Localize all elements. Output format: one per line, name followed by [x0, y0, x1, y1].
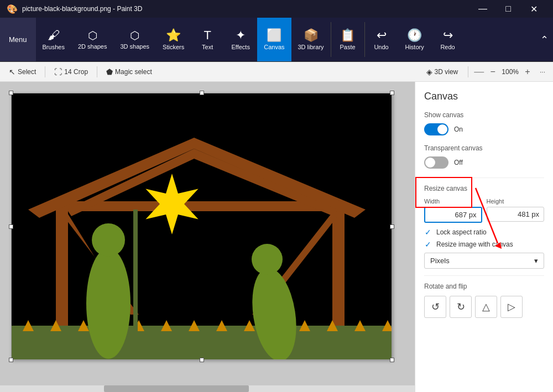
tab-effects[interactable]: ✦ Effects	[224, 18, 257, 61]
canvas-scrollbar[interactable]	[0, 385, 415, 392]
zoom-plus-button[interactable]: +	[522, 66, 533, 77]
select-tool-button[interactable]: ↖ Select	[4, 65, 40, 79]
3dlibrary-icon: 📦	[304, 29, 319, 41]
resize-image-row: ✓ Resize image with canvas	[424, 241, 544, 248]
window-title: picture-black-blackground.png - Paint 3D	[22, 5, 142, 13]
brushes-label: Brushes	[43, 44, 65, 50]
tab-2dshapes[interactable]: ⬡ 2D shapes	[71, 18, 114, 61]
rotate-left-button[interactable]: ↺	[424, 296, 446, 318]
rotate-btns: ↺ ↻ △ ▷	[424, 296, 544, 318]
show-canvas-toggle[interactable]	[424, 123, 448, 135]
tab-undo[interactable]: ↩ Undo	[365, 18, 398, 61]
section-divider1	[424, 177, 544, 178]
canvas-scrollbar-thumb[interactable]	[104, 385, 249, 392]
app-icon: 🎨	[7, 4, 18, 14]
flip-horizontal-icon: ▷	[508, 301, 515, 313]
crop-label: 14 Crop	[64, 68, 88, 76]
section-divider2	[424, 275, 544, 276]
ribbon-collapse-button[interactable]: ⌃	[540, 34, 549, 46]
tab-canvas[interactable]: ⬜ Canvas	[257, 18, 291, 61]
paste-icon: 📋	[340, 29, 355, 41]
tab-text[interactable]: T Text	[191, 18, 224, 61]
history-icon: 🕐	[407, 29, 422, 41]
zoom-line-icon: —	[474, 66, 484, 77]
minimize-button[interactable]: —	[470, 0, 495, 18]
effects-icon: ✦	[236, 29, 246, 41]
tab-3dshapes[interactable]: ⬡ 3D shapes	[113, 18, 156, 61]
panel-title: Canvas	[424, 91, 544, 102]
flip-vertical-button[interactable]: △	[475, 296, 497, 318]
canvas-area[interactable]	[0, 82, 415, 392]
select-label: Select	[18, 68, 36, 76]
paste-label: Paste	[340, 44, 356, 50]
more-options-button[interactable]: ···	[536, 67, 549, 77]
3dshapes-label: 3D shapes	[120, 43, 149, 50]
show-canvas-toggle-knob	[437, 124, 447, 134]
lock-aspect-checkmark: ✓	[424, 228, 432, 236]
title-bar: 🎨 picture-black-blackground.png - Paint …	[0, 0, 553, 18]
tab-brushes[interactable]: 🖌 Brushes	[36, 18, 71, 61]
pixels-dropdown[interactable]: Pixels ▾	[424, 253, 544, 269]
tab-history[interactable]: 🕐 History	[398, 18, 431, 61]
magic-select-button[interactable]: ⬟ Magic select	[102, 65, 156, 79]
zoom-minus-button[interactable]: −	[487, 66, 498, 77]
text-label: Text	[202, 44, 213, 50]
select-icon: ↖	[9, 67, 15, 76]
show-canvas-toggle-row: On	[424, 123, 544, 135]
rotate-right-button[interactable]: ↻	[450, 296, 472, 318]
height-label: Height	[487, 198, 545, 205]
show-canvas-state: On	[454, 126, 463, 133]
show-canvas-label: Show canvas	[424, 111, 544, 119]
3dshapes-icon: ⬡	[130, 30, 139, 41]
crop-tool-button[interactable]: ⛶ 14 Crop	[50, 65, 92, 79]
tab-paste[interactable]: 📋 Paste	[331, 18, 364, 61]
brushes-icon: 🖌	[48, 29, 60, 41]
canvas-wrapper	[11, 93, 392, 360]
stickers-icon: ⭐	[166, 29, 181, 41]
magic-select-icon: ⬟	[106, 67, 113, 76]
transparent-toggle[interactable]	[424, 156, 448, 169]
tab-redo[interactable]: ↪ Redo	[431, 18, 465, 61]
main-area: Canvas Show canvas On Transparent canvas…	[0, 82, 553, 392]
flip-vertical-icon: △	[482, 301, 490, 313]
height-input[interactable]	[487, 207, 545, 222]
menu-button[interactable]: Menu	[0, 18, 36, 61]
chevron-down-icon: ▾	[534, 257, 538, 265]
width-input[interactable]	[424, 207, 482, 223]
canvas-label: Canvas	[264, 44, 284, 50]
height-field-container: Height	[487, 198, 545, 223]
magic-select-label: Magic select	[115, 68, 152, 76]
toolbar-divider2	[97, 66, 97, 77]
undo-label: Undo	[374, 44, 388, 50]
tab-3dlibrary[interactable]: 📦 3D library	[291, 18, 331, 61]
crop-icon: ⛶	[54, 67, 62, 76]
flip-horizontal-button[interactable]: ▷	[500, 296, 523, 318]
view-3d-button[interactable]: ◈ 3D view	[422, 65, 463, 79]
transparent-state: Off	[454, 159, 463, 166]
stickers-label: Stickers	[163, 44, 184, 50]
3dlibrary-label: 3D library	[298, 44, 324, 50]
redo-icon: ↪	[443, 29, 453, 41]
effects-label: Effects	[231, 44, 249, 50]
toolbar-divider3	[468, 66, 468, 77]
text-icon: T	[204, 29, 211, 41]
rotate-left-icon: ↺	[431, 301, 440, 313]
redo-label: Redo	[440, 44, 455, 50]
main-canvas[interactable]	[11, 93, 392, 360]
resize-image-checkmark: ✓	[424, 241, 432, 248]
zoom-level: 100%	[502, 68, 519, 76]
zoom-area: ◈ 3D view — − 100% + ···	[422, 65, 549, 79]
rotate-right-icon: ↻	[457, 301, 465, 313]
2dshapes-icon: ⬡	[88, 30, 97, 41]
resize-grid: Width Height	[424, 198, 544, 223]
undo-icon: ↩	[377, 29, 387, 41]
maximize-button[interactable]: □	[495, 0, 521, 18]
view-3d-icon: ◈	[426, 67, 432, 76]
close-button[interactable]: ✕	[521, 0, 546, 18]
pixels-label: Pixels	[430, 257, 450, 265]
tab-stickers[interactable]: ⭐ Stickers	[156, 18, 191, 61]
right-panel: Canvas Show canvas On Transparent canvas…	[415, 82, 553, 392]
2dshapes-label: 2D shapes	[78, 43, 107, 50]
transparent-toggle-row: Off	[424, 156, 544, 169]
width-field-container: Width	[424, 198, 482, 223]
